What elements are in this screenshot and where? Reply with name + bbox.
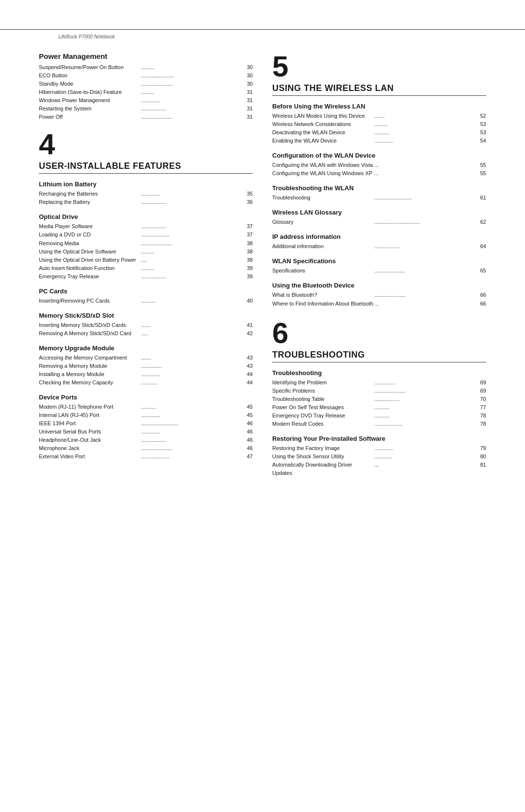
toc-entry-text: Troubleshooting Table <box>272 395 373 403</box>
toc-entry-page: 52 <box>476 112 486 120</box>
toc-entry-dots: ............. <box>141 370 242 379</box>
chapter4-sections: Lithium ion BatteryRecharging the Batter… <box>39 180 253 461</box>
toc-entry-page: 62 <box>476 218 486 226</box>
toc-entry-text: Media Player Software <box>39 222 140 231</box>
toc-entry-text: Using the Shock Sensor Utility <box>272 452 373 461</box>
toc-entry: Microphone Jack.....................46 <box>39 444 253 452</box>
toc-entry-dots: ..................... <box>374 387 475 395</box>
toc-entry-dots: ......................... <box>374 194 475 202</box>
toc-entry-page: 35 <box>243 190 253 198</box>
toc-entry: Hibernation (Save-to-Disk) Feature......… <box>39 88 253 96</box>
header-text: LifeBook P7000 Notebook <box>58 34 115 39</box>
chapter4-title: USER-INSTALLABLE FEATURES <box>39 161 253 174</box>
toc-entry-page: 36 <box>243 198 253 206</box>
toc-entry: Headphone/Line-Out Jack.................… <box>39 436 253 444</box>
toc-entry-text: Automatically Downloading Driver Updates <box>272 461 373 477</box>
toc-entry-page: 43 <box>243 354 253 362</box>
toc-entry-text: Additional information <box>272 242 373 251</box>
section-heading: Configuration of the WLAN Device <box>272 152 486 159</box>
toc-entry-dots: ................. <box>141 272 242 281</box>
toc-entry: Enabling the WLAN Device.............54 <box>272 137 486 145</box>
toc-entry-dots: ... <box>374 161 475 169</box>
toc-entry: Suspend/Resume/Power On Button.........3… <box>39 63 253 72</box>
toc-entry-page: 31 <box>243 105 253 113</box>
toc-entry-dots: .......... <box>141 403 242 411</box>
toc-entry-text: Inserting Memory Stick/SD/xD Cards <box>39 321 140 329</box>
toc-entry-text: Using the Optical Drive Software <box>39 248 140 256</box>
power-management-heading: Power Management <box>39 52 253 60</box>
toc-entry: Internal LAN (RJ-45) Port.............45 <box>39 411 253 419</box>
toc-entry-dots: .... <box>141 256 242 264</box>
toc-entry: Configuring the WLAN Using Windows XP...… <box>272 169 486 178</box>
toc-entry: Restoring the Factory Image.............… <box>272 444 486 452</box>
toc-entry-dots: ............. <box>374 137 475 145</box>
toc-entry: Standby Mode.....................30 <box>39 80 253 88</box>
chapter6-sections: TroubleshootingIdentifying the Problem..… <box>272 369 486 477</box>
section-heading: Device Ports <box>39 394 253 401</box>
section-heading: Using the Bluetooth Device <box>272 282 486 289</box>
toc-entry: Configuring the WLAN with Windows Vista.… <box>272 161 486 169</box>
toc-entry-page: 47 <box>243 452 253 461</box>
power-management-toc: Suspend/Resume/Power On Button.........3… <box>39 63 253 121</box>
toc-entry-text: Suspend/Resume/Power On Button <box>39 63 140 72</box>
left-column: Power Management Suspend/Resume/Power On… <box>39 52 253 477</box>
toc-entry: Where to Find Information About Bluetoot… <box>272 300 486 308</box>
toc-entry: Troubleshooting.........................… <box>272 194 486 202</box>
toc-entry: Inserting/Removing PC Cards..........40 <box>39 297 253 305</box>
toc-entry: Media Player Software.................37 <box>39 222 253 231</box>
toc-entry-page: 78 <box>476 420 486 428</box>
toc-entry-page: 66 <box>476 300 486 308</box>
toc-entry-text: Universal Serial Bus Ports <box>39 428 140 436</box>
toc-entry-dots: ......... <box>141 88 242 96</box>
section-heading: Troubleshooting the WLAN <box>272 184 486 192</box>
toc-entry-dots: ................. <box>141 105 242 113</box>
toc-entry: Removing a Memory Module..............43 <box>39 362 253 370</box>
toc-entry-text: Microphone Jack <box>39 444 140 452</box>
toc-entry: Installing a Memory Module.............4… <box>39 370 253 379</box>
toc-entry-page: 31 <box>243 96 253 105</box>
toc-entry-page: 64 <box>476 242 486 251</box>
toc-entry: Power On Self Test Messages..........77 <box>272 403 486 412</box>
toc-entry-text: Checking the Memory Capacity <box>39 379 140 387</box>
toc-entry-page: 80 <box>476 452 486 461</box>
power-management-section: Power Management Suspend/Resume/Power On… <box>39 52 253 121</box>
toc-entry-text: Loading a DVD or CD <box>39 231 140 239</box>
toc-entry-text: Modem Result Codes <box>272 420 373 428</box>
toc-entry-dots: .......... <box>141 297 242 305</box>
toc-entry-dots: ......... <box>141 248 242 256</box>
toc-entry-text: Where to Find Information About Bluetoot… <box>272 300 373 308</box>
toc-entry-page: 43 <box>243 362 253 370</box>
toc-entry-dots: .......... <box>374 412 475 420</box>
toc-entry-dots: ................. <box>374 242 475 251</box>
toc-entry: Removing A Memory Stick/SD/xD Card.....4… <box>39 329 253 338</box>
toc-entry-dots: ................. <box>141 198 242 206</box>
toc-entry-page: 53 <box>476 120 486 128</box>
toc-entry-dots: ..................... <box>141 80 242 88</box>
section-heading: Wireless LAN Glossary <box>272 209 486 216</box>
toc-entry-dots: .............. <box>141 362 242 370</box>
toc-entry-text: Modem (RJ-11) Telephone Port <box>39 403 140 411</box>
toc-entry-dots: .............. <box>374 379 475 387</box>
toc-entry-text: Power Off <box>39 113 140 121</box>
toc-entry-dots: ..................... <box>141 444 242 452</box>
section-heading: IP address information <box>272 233 486 240</box>
toc-entry-text: Enabling the WLAN Device <box>272 137 373 145</box>
toc-entry-dots: ................... <box>141 452 242 461</box>
toc-entry-page: 46 <box>243 436 253 444</box>
toc-entry-page: 55 <box>476 161 486 169</box>
toc-entry: Inserting Memory Stick/SD/xD Cards......… <box>39 321 253 329</box>
toc-entry: Restarting the System.................31 <box>39 105 253 113</box>
toc-entry-dots: ... <box>374 300 475 308</box>
section-heading: Memory Stick/SD/xD Slot <box>39 312 253 319</box>
toc-entry-page: 53 <box>476 128 486 137</box>
toc-entry-dots: ...................... <box>141 72 242 80</box>
toc-entry-page: 37 <box>243 231 253 239</box>
toc-entry-text: Standby Mode <box>39 80 140 88</box>
section-heading: Before Using the Wireless LAN <box>272 103 486 110</box>
toc-entry-dots: ................... <box>141 231 242 239</box>
toc-entry-page: 30 <box>243 80 253 88</box>
toc-entry-text: Emergency DVD Tray Release <box>272 412 373 420</box>
toc-entry-page: 44 <box>243 379 253 387</box>
page: LifeBook P7000 Notebook Power Management… <box>0 0 525 812</box>
toc-entry-text: Headphone/Line-Out Jack <box>39 436 140 444</box>
